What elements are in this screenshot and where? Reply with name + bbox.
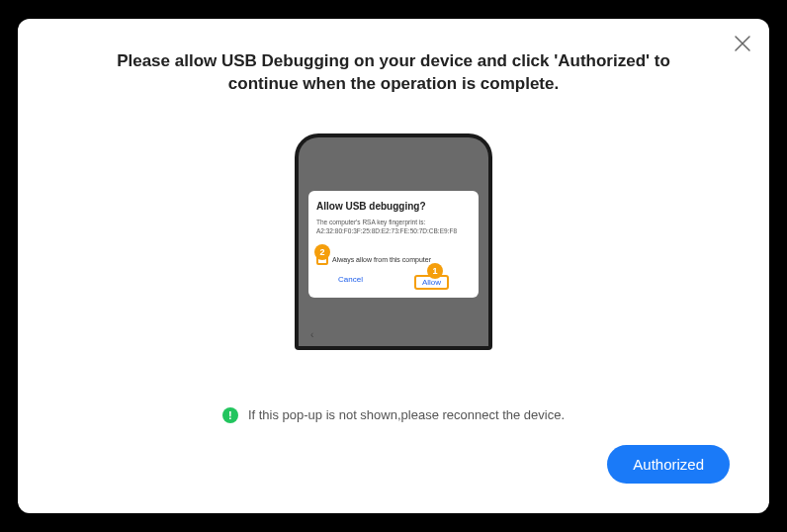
usb-debugging-modal: Please allow USB Debugging on your devic… [18, 19, 769, 513]
phone-back-chevron-icon: ‹ [310, 329, 313, 340]
phone-dialog-checkbox-label: Always allow from this computer [332, 256, 431, 263]
authorized-button[interactable]: Authorized [607, 445, 730, 484]
info-icon: ! [222, 407, 238, 423]
phone-dialog-cancel: Cancel [338, 275, 363, 290]
phone-dialog-title: Allow USB debugging? [316, 201, 471, 212]
close-icon[interactable] [734, 35, 751, 52]
hint-row: ! If this pop-up is not shown,please rec… [57, 407, 730, 423]
phone-dialog: Allow USB debugging? The computer's RSA … [308, 191, 479, 298]
phone-dialog-fingerprint-label: The computer's RSA key fingerprint is: [316, 218, 471, 226]
phone-dialog-fingerprint-value: A2:32:80:F0:3F:25:8D:E2:73:FE:50:7D:CB:E… [316, 226, 471, 235]
phone-illustration: Allow USB debugging? The computer's RSA … [57, 133, 730, 350]
hint-text: If this pop-up is not shown,please recon… [248, 407, 565, 422]
modal-title: Please allow USB Debugging on your devic… [57, 50, 730, 96]
step-badge-2: 2 [314, 244, 330, 260]
step-badge-1: 1 [427, 263, 443, 279]
